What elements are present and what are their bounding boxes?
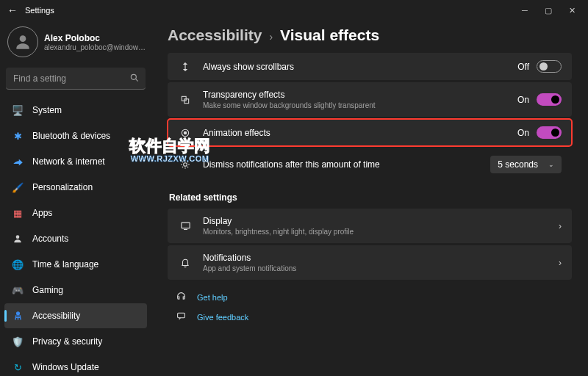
nav-icon [12, 310, 24, 322]
animation-toggle[interactable] [537, 126, 562, 139]
page-title: Visual effects [280, 26, 379, 44]
setting-sub: App and system notifications [203, 264, 559, 272]
transparency-toggle[interactable] [537, 93, 562, 106]
nav-label: Apps [32, 208, 52, 218]
svg-point-1 [131, 74, 136, 79]
sidebar-item-bluetooth-devices[interactable]: ✱Bluetooth & devices [4, 123, 147, 148]
nav-icon: ▦ [12, 207, 24, 219]
related-settings-title: Related settings [169, 192, 572, 203]
get-help-link[interactable]: Get help [171, 287, 572, 307]
sidebar: Alex Poloboc alexandru_poloboc@windowsre… [0, 21, 154, 376]
title-bar: ← Settings ─ ▢ ✕ [0, 0, 588, 21]
animation-icon [178, 128, 193, 138]
select-value: 5 seconds [498, 159, 538, 170]
svg-point-10 [184, 163, 187, 167]
setting-scrollbars[interactable]: Always show scrollbars Off [168, 53, 572, 80]
nav-icon: ✱ [12, 130, 24, 142]
profile-email: alexandru_poloboc@windowsreport... [44, 43, 147, 51]
transparency-icon [178, 95, 193, 105]
setting-dismiss: Dismiss notifications after this amount … [168, 148, 572, 181]
nav-label: Windows Update [32, 362, 99, 372]
toggle-state: On [517, 95, 529, 105]
nav-label: Privacy & security [32, 336, 102, 347]
svg-point-9 [184, 131, 187, 134]
svg-point-3 [16, 235, 20, 239]
nav-label: Bluetooth & devices [32, 131, 110, 141]
svg-line-17 [182, 167, 183, 167]
bell-icon [178, 258, 193, 268]
scrollbars-toggle[interactable] [537, 60, 562, 73]
feedback-icon [176, 311, 187, 322]
nav-label: Personalization [32, 182, 93, 192]
search-box[interactable] [6, 68, 146, 90]
related-notifications[interactable]: Notifications App and system notificatio… [168, 245, 572, 280]
setting-transparency[interactable]: Transparency effects Make some window ba… [168, 82, 572, 117]
nav-icon: 🛡️ [12, 336, 24, 347]
search-input[interactable] [6, 68, 146, 90]
setting-label: Notifications [203, 253, 559, 263]
dismiss-select[interactable]: 5 seconds ⌄ [490, 156, 562, 173]
close-button[interactable]: ✕ [560, 0, 584, 21]
setting-sub: Monitors, brightness, night light, displ… [203, 228, 559, 236]
content-pane: Accessibility › Visual effects Always sh… [154, 21, 588, 376]
sidebar-item-privacy-security[interactable]: 🛡️Privacy & security [4, 329, 147, 354]
nav-list: 🖥️System✱Bluetooth & devicesNetwork & in… [3, 97, 148, 376]
sidebar-item-accounts[interactable]: Accounts [4, 226, 147, 251]
setting-label: Display [203, 216, 559, 226]
breadcrumb-parent[interactable]: Accessibility [168, 26, 262, 44]
svg-line-2 [135, 79, 137, 81]
nav-icon: 🖥️ [12, 104, 24, 116]
sidebar-item-network-internet[interactable]: Network & internet [4, 149, 147, 174]
setting-label: Always show scrollbars [203, 62, 517, 72]
setting-label: Transparency effects [203, 90, 517, 100]
sidebar-item-system[interactable]: 🖥️System [4, 98, 147, 123]
svg-rect-6 [182, 96, 186, 101]
breadcrumb: Accessibility › Visual effects [168, 26, 572, 44]
related-display[interactable]: Display Monitors, brightness, night ligh… [168, 209, 572, 243]
give-feedback-link[interactable]: Give feedback [171, 307, 572, 327]
sidebar-item-personalization[interactable]: 🖌️Personalization [4, 175, 147, 200]
brightness-icon [178, 159, 193, 170]
profile-block[interactable]: Alex Poloboc alexandru_poloboc@windowsre… [3, 24, 148, 60]
svg-rect-19 [181, 223, 189, 228]
setting-label: Dismiss notifications after this amount … [203, 159, 490, 170]
setting-animation[interactable]: Animation effects On [168, 119, 572, 146]
nav-label: System [32, 105, 62, 115]
nav-icon [12, 156, 24, 167]
nav-icon [12, 233, 24, 245]
maximize-button[interactable]: ▢ [537, 0, 560, 21]
chevron-right-icon: › [269, 31, 273, 43]
toggle-state: Off [517, 62, 529, 72]
nav-label: Time & language [32, 259, 98, 270]
sidebar-item-time-language[interactable]: 🌐Time & language [4, 252, 147, 277]
svg-point-4 [16, 311, 19, 314]
back-button[interactable]: ← [4, 2, 21, 18]
help-icon [176, 292, 187, 303]
chevron-right-icon: › [559, 258, 562, 268]
svg-rect-21 [178, 313, 185, 318]
chevron-down-icon: ⌄ [548, 161, 554, 168]
nav-icon: 🖌️ [12, 181, 24, 193]
nav-icon: ↻ [12, 361, 24, 373]
nav-icon: 🌐 [12, 258, 24, 270]
sidebar-item-accessibility[interactable]: Accessibility [4, 303, 147, 328]
svg-line-15 [182, 162, 183, 162]
sidebar-item-gaming[interactable]: 🎮Gaming [4, 278, 147, 303]
sidebar-item-windows-update[interactable]: ↻Windows Update [4, 355, 147, 376]
nav-label: Gaming [32, 285, 63, 295]
setting-sub: Make some window backgrounds slightly tr… [203, 101, 517, 109]
setting-label: Animation effects [203, 128, 517, 138]
svg-point-0 [20, 35, 26, 42]
nav-label: Accessibility [32, 311, 80, 321]
toggle-state: On [517, 128, 529, 138]
minimize-button[interactable]: ─ [513, 0, 537, 21]
svg-line-18 [187, 162, 188, 162]
sidebar-item-apps[interactable]: ▦Apps [4, 200, 147, 225]
svg-rect-7 [184, 98, 189, 103]
nav-label: Accounts [32, 234, 68, 244]
avatar-icon [7, 26, 38, 57]
nav-label: Network & internet [32, 156, 105, 167]
chevron-right-icon: › [559, 221, 562, 231]
nav-icon: 🎮 [12, 284, 24, 296]
svg-line-16 [187, 167, 188, 167]
